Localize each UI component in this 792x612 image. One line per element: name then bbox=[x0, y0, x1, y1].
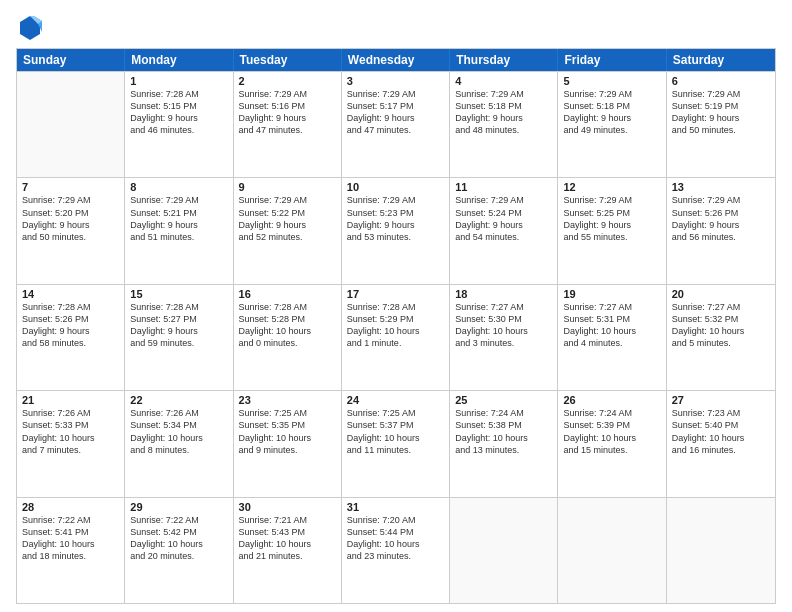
day-cell-28: 28Sunrise: 7:22 AMSunset: 5:41 PMDayligh… bbox=[17, 498, 125, 603]
cell-info-line: and 50 minutes. bbox=[22, 231, 119, 243]
day-cell-10: 10Sunrise: 7:29 AMSunset: 5:23 PMDayligh… bbox=[342, 178, 450, 283]
cell-info-line: Sunset: 5:20 PM bbox=[22, 207, 119, 219]
day-cell-17: 17Sunrise: 7:28 AMSunset: 5:29 PMDayligh… bbox=[342, 285, 450, 390]
cell-info-line: Sunrise: 7:22 AM bbox=[130, 514, 227, 526]
cell-info-line: and 4 minutes. bbox=[563, 337, 660, 349]
cell-info-line: Sunset: 5:18 PM bbox=[455, 100, 552, 112]
day-cell-15: 15Sunrise: 7:28 AMSunset: 5:27 PMDayligh… bbox=[125, 285, 233, 390]
cell-info-line: Sunset: 5:21 PM bbox=[130, 207, 227, 219]
cell-info-line: Sunrise: 7:29 AM bbox=[22, 194, 119, 206]
day-cell-25: 25Sunrise: 7:24 AMSunset: 5:38 PMDayligh… bbox=[450, 391, 558, 496]
header-day-wednesday: Wednesday bbox=[342, 49, 450, 71]
day-number: 23 bbox=[239, 394, 336, 406]
cell-info-line: Daylight: 10 hours bbox=[347, 325, 444, 337]
cell-info-line: and 0 minutes. bbox=[239, 337, 336, 349]
cell-info-line: and 56 minutes. bbox=[672, 231, 770, 243]
cell-info-line: Sunrise: 7:20 AM bbox=[347, 514, 444, 526]
cell-info-line: Daylight: 10 hours bbox=[672, 432, 770, 444]
cell-info-line: Sunset: 5:17 PM bbox=[347, 100, 444, 112]
cell-info-line: Sunset: 5:22 PM bbox=[239, 207, 336, 219]
calendar: SundayMondayTuesdayWednesdayThursdayFrid… bbox=[16, 48, 776, 604]
day-cell-18: 18Sunrise: 7:27 AMSunset: 5:30 PMDayligh… bbox=[450, 285, 558, 390]
day-cell-30: 30Sunrise: 7:21 AMSunset: 5:43 PMDayligh… bbox=[234, 498, 342, 603]
cell-info-line: Sunset: 5:33 PM bbox=[22, 419, 119, 431]
day-cell-19: 19Sunrise: 7:27 AMSunset: 5:31 PMDayligh… bbox=[558, 285, 666, 390]
day-cell-14: 14Sunrise: 7:28 AMSunset: 5:26 PMDayligh… bbox=[17, 285, 125, 390]
day-cell-21: 21Sunrise: 7:26 AMSunset: 5:33 PMDayligh… bbox=[17, 391, 125, 496]
cell-info-line: Sunset: 5:26 PM bbox=[22, 313, 119, 325]
cell-info-line: and 48 minutes. bbox=[455, 124, 552, 136]
day-cell-1: 1Sunrise: 7:28 AMSunset: 5:15 PMDaylight… bbox=[125, 72, 233, 177]
cell-info-line: Sunset: 5:38 PM bbox=[455, 419, 552, 431]
cell-info-line: Sunset: 5:31 PM bbox=[563, 313, 660, 325]
cell-info-line: Sunset: 5:40 PM bbox=[672, 419, 770, 431]
cell-info-line: Daylight: 9 hours bbox=[455, 219, 552, 231]
header-day-tuesday: Tuesday bbox=[234, 49, 342, 71]
cell-info-line: Sunset: 5:27 PM bbox=[130, 313, 227, 325]
cell-info-line: Sunset: 5:39 PM bbox=[563, 419, 660, 431]
cell-info-line: Sunset: 5:41 PM bbox=[22, 526, 119, 538]
day-number: 10 bbox=[347, 181, 444, 193]
day-cell-9: 9Sunrise: 7:29 AMSunset: 5:22 PMDaylight… bbox=[234, 178, 342, 283]
calendar-row-0: 1Sunrise: 7:28 AMSunset: 5:15 PMDaylight… bbox=[17, 71, 775, 177]
cell-info-line: Sunrise: 7:27 AM bbox=[563, 301, 660, 313]
cell-info-line: Daylight: 9 hours bbox=[130, 112, 227, 124]
cell-info-line: Daylight: 9 hours bbox=[563, 219, 660, 231]
logo bbox=[16, 12, 48, 40]
cell-info-line: and 1 minute. bbox=[347, 337, 444, 349]
day-number: 5 bbox=[563, 75, 660, 87]
cell-info-line: Sunrise: 7:29 AM bbox=[563, 88, 660, 100]
cell-info-line: Sunrise: 7:29 AM bbox=[455, 88, 552, 100]
day-cell-24: 24Sunrise: 7:25 AMSunset: 5:37 PMDayligh… bbox=[342, 391, 450, 496]
cell-info-line: and 9 minutes. bbox=[239, 444, 336, 456]
day-cell-8: 8Sunrise: 7:29 AMSunset: 5:21 PMDaylight… bbox=[125, 178, 233, 283]
cell-info-line: Sunrise: 7:29 AM bbox=[672, 88, 770, 100]
calendar-row-1: 7Sunrise: 7:29 AMSunset: 5:20 PMDaylight… bbox=[17, 177, 775, 283]
cell-info-line: Daylight: 10 hours bbox=[239, 432, 336, 444]
cell-info-line: Sunset: 5:19 PM bbox=[672, 100, 770, 112]
day-number: 9 bbox=[239, 181, 336, 193]
cell-info-line: Sunrise: 7:23 AM bbox=[672, 407, 770, 419]
logo-icon bbox=[16, 12, 44, 40]
cell-info-line: Sunrise: 7:26 AM bbox=[130, 407, 227, 419]
cell-info-line: and 53 minutes. bbox=[347, 231, 444, 243]
header-day-friday: Friday bbox=[558, 49, 666, 71]
cell-info-line: and 47 minutes. bbox=[347, 124, 444, 136]
day-number: 22 bbox=[130, 394, 227, 406]
day-cell-7: 7Sunrise: 7:29 AMSunset: 5:20 PMDaylight… bbox=[17, 178, 125, 283]
day-number: 31 bbox=[347, 501, 444, 513]
cell-info-line: Daylight: 9 hours bbox=[239, 112, 336, 124]
day-number: 12 bbox=[563, 181, 660, 193]
cell-info-line: Sunset: 5:25 PM bbox=[563, 207, 660, 219]
cell-info-line: Sunrise: 7:29 AM bbox=[563, 194, 660, 206]
cell-info-line: and 49 minutes. bbox=[563, 124, 660, 136]
cell-info-line: and 11 minutes. bbox=[347, 444, 444, 456]
day-number: 18 bbox=[455, 288, 552, 300]
cell-info-line: Daylight: 9 hours bbox=[672, 219, 770, 231]
cell-info-line: Sunrise: 7:21 AM bbox=[239, 514, 336, 526]
header-day-saturday: Saturday bbox=[667, 49, 775, 71]
day-number: 1 bbox=[130, 75, 227, 87]
day-number: 16 bbox=[239, 288, 336, 300]
cell-info-line: Sunset: 5:15 PM bbox=[130, 100, 227, 112]
cell-info-line: Sunrise: 7:29 AM bbox=[239, 194, 336, 206]
day-number: 14 bbox=[22, 288, 119, 300]
calendar-row-3: 21Sunrise: 7:26 AMSunset: 5:33 PMDayligh… bbox=[17, 390, 775, 496]
cell-info-line: Sunrise: 7:29 AM bbox=[672, 194, 770, 206]
cell-info-line: and 8 minutes. bbox=[130, 444, 227, 456]
cell-info-line: Daylight: 9 hours bbox=[672, 112, 770, 124]
cell-info-line: Sunrise: 7:28 AM bbox=[22, 301, 119, 313]
cell-info-line: Daylight: 10 hours bbox=[130, 538, 227, 550]
day-number: 19 bbox=[563, 288, 660, 300]
empty-cell-4-4 bbox=[450, 498, 558, 603]
day-number: 8 bbox=[130, 181, 227, 193]
day-cell-23: 23Sunrise: 7:25 AMSunset: 5:35 PMDayligh… bbox=[234, 391, 342, 496]
day-cell-13: 13Sunrise: 7:29 AMSunset: 5:26 PMDayligh… bbox=[667, 178, 775, 283]
cell-info-line: Daylight: 10 hours bbox=[563, 432, 660, 444]
cell-info-line: Daylight: 9 hours bbox=[22, 325, 119, 337]
cell-info-line: Daylight: 10 hours bbox=[22, 432, 119, 444]
day-number: 21 bbox=[22, 394, 119, 406]
cell-info-line: and 47 minutes. bbox=[239, 124, 336, 136]
day-cell-6: 6Sunrise: 7:29 AMSunset: 5:19 PMDaylight… bbox=[667, 72, 775, 177]
cell-info-line: Daylight: 10 hours bbox=[563, 325, 660, 337]
